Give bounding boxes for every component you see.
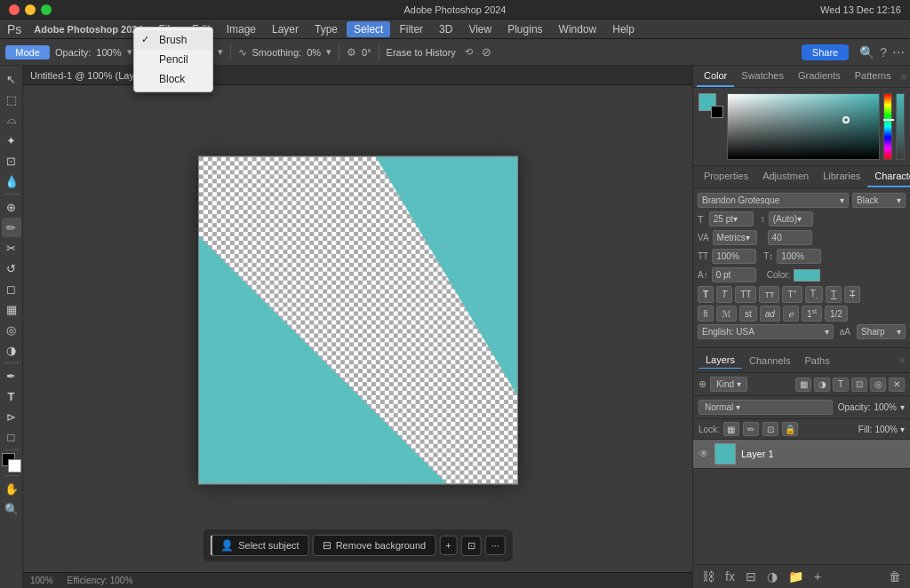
- tab-patterns[interactable]: Patterns: [848, 66, 898, 87]
- delete-layer-btn[interactable]: 🗑: [885, 568, 905, 585]
- tab-swatches[interactable]: Swatches: [734, 66, 791, 87]
- menu-select[interactable]: Select: [347, 21, 390, 37]
- canvas-content[interactable]: 👤 Select subject ⊟ Remove background + ⊡…: [23, 85, 692, 588]
- shape-tool[interactable]: □: [2, 427, 21, 447]
- bold-btn[interactable]: T: [698, 286, 714, 303]
- discretionary-btn[interactable]: ℯ: [783, 306, 799, 322]
- menu-plugins[interactable]: Plugins: [500, 21, 549, 37]
- blur-tool[interactable]: ◎: [2, 320, 21, 339]
- lock-artboard-btn[interactable]: ⊡: [762, 422, 778, 436]
- menu-app[interactable]: Adobe Photoshop 2024: [27, 22, 149, 36]
- tab-gradients[interactable]: Gradients: [791, 66, 848, 87]
- layer-style-btn[interactable]: fx: [722, 568, 738, 585]
- blend-mode-dropdown[interactable]: Normal ▾: [698, 400, 833, 415]
- path-select-tool[interactable]: ⊳: [2, 407, 21, 426]
- eyedropper-tool[interactable]: 💧: [2, 171, 21, 191]
- more-options-button[interactable]: ···: [485, 536, 506, 555]
- zoom-tool[interactable]: 🔍: [2, 499, 21, 519]
- vertical-scale-input[interactable]: 100%: [777, 249, 821, 264]
- new-group-btn[interactable]: 📁: [785, 568, 807, 585]
- eraser-tool[interactable]: ◻: [2, 279, 21, 298]
- pen-tool[interactable]: ✒: [2, 366, 21, 385]
- refine-edge-button[interactable]: ⊡: [461, 536, 482, 556]
- background-color[interactable]: [711, 106, 723, 118]
- baseline-input[interactable]: 0 pt: [712, 267, 756, 282]
- filter-pixel-btn[interactable]: ▦: [795, 377, 811, 392]
- gradient-tool[interactable]: ▦: [2, 299, 21, 319]
- search-icon[interactable]: 🔍: [859, 45, 874, 60]
- menu-window[interactable]: Window: [552, 21, 604, 37]
- crop-tool[interactable]: ⊡: [2, 151, 21, 171]
- filter-kind-dropdown[interactable]: Kind ▾: [710, 377, 747, 392]
- select-subject-button[interactable]: 👤 Select subject: [210, 535, 308, 556]
- move-tool[interactable]: ↖: [2, 69, 21, 89]
- superscript-btn[interactable]: T+: [782, 286, 802, 303]
- filter-shape-btn[interactable]: ⊡: [851, 377, 867, 392]
- fg-bg-color-indicator[interactable]: [698, 93, 723, 118]
- language-dropdown[interactable]: English: USA▾: [698, 324, 834, 339]
- ordinal2-btn[interactable]: 1/2: [825, 306, 848, 322]
- alpha-slider[interactable]: [896, 93, 905, 160]
- allcaps-btn[interactable]: TT: [735, 286, 756, 303]
- font-family-dropdown[interactable]: Brandon Grotesque▾: [698, 193, 849, 208]
- menu-filter[interactable]: Filter: [392, 21, 430, 37]
- ordinal-btn[interactable]: st: [739, 306, 757, 322]
- menu-type[interactable]: Type: [307, 21, 345, 37]
- color-gradient-picker[interactable]: [727, 93, 880, 160]
- menu-layer[interactable]: Layer: [265, 21, 306, 37]
- share-button[interactable]: Share: [802, 44, 849, 60]
- remove-background-button[interactable]: ⊟ Remove background: [313, 535, 436, 556]
- clone-stamp-tool[interactable]: ✂: [2, 238, 21, 258]
- ligatures-btn[interactable]: fi: [698, 306, 714, 322]
- italic-btn[interactable]: T: [716, 286, 732, 303]
- lock-all-btn[interactable]: 🔒: [782, 422, 798, 436]
- filter-type-btn[interactable]: T: [833, 377, 849, 392]
- underline-btn[interactable]: T: [826, 286, 842, 303]
- canvas-image[interactable]: [198, 156, 518, 485]
- lasso-tool[interactable]: ⌓: [2, 110, 21, 130]
- fractions-btn[interactable]: 1st: [802, 306, 822, 322]
- add-mask-button[interactable]: +: [439, 536, 457, 555]
- help-icon[interactable]: ?: [880, 45, 887, 60]
- filter-adjust-btn[interactable]: ◑: [814, 377, 830, 392]
- horizontal-scale-input[interactable]: 100%: [712, 249, 756, 264]
- hand-tool[interactable]: ✋: [2, 479, 21, 498]
- filter-delete-btn[interactable]: ✕: [889, 377, 905, 392]
- tab-character[interactable]: Character: [867, 166, 910, 187]
- new-layer-btn[interactable]: +: [810, 568, 825, 585]
- subscript-btn[interactable]: T-: [805, 286, 823, 303]
- tab-layers[interactable]: Layers: [698, 352, 742, 369]
- dodge-tool[interactable]: ◑: [2, 340, 21, 360]
- tab-libraries[interactable]: Libraries: [816, 166, 867, 187]
- layer-mask-btn[interactable]: ⊟: [742, 568, 760, 585]
- rectangular-marquee-tool[interactable]: ⬚: [2, 90, 21, 109]
- mode-dropdown-btn[interactable]: Mode: [5, 45, 50, 60]
- minimize-button[interactable]: [25, 4, 36, 15]
- font-size-input[interactable]: 25 pt▾: [709, 211, 754, 226]
- layers-panel-close[interactable]: ≡: [899, 355, 905, 365]
- dropdown-item-brush[interactable]: ✓ Brush: [134, 30, 212, 50]
- font-weight-dropdown[interactable]: Black▾: [852, 193, 906, 208]
- maximize-button[interactable]: [41, 4, 52, 15]
- spot-healing-tool[interactable]: ⊕: [2, 197, 21, 217]
- filter-smart-btn[interactable]: ◎: [870, 377, 886, 392]
- lock-pixel-btn[interactable]: ▦: [723, 422, 739, 436]
- lock-position-btn[interactable]: ✏: [743, 422, 759, 436]
- kerning-input[interactable]: Metrics▾: [713, 230, 757, 245]
- antialias-dropdown[interactable]: Sharp▾: [857, 324, 906, 339]
- dropdown-item-block[interactable]: Block: [134, 69, 212, 89]
- tab-adjustments[interactable]: Adjustmen: [755, 166, 816, 187]
- foreground-background-color[interactable]: [2, 453, 21, 473]
- menu-view[interactable]: View: [461, 21, 499, 37]
- close-button[interactable]: [9, 4, 20, 15]
- text-color-swatch[interactable]: [794, 269, 820, 282]
- oldstyle-btn[interactable]: ℳ: [716, 306, 737, 322]
- text-tool[interactable]: T: [2, 386, 21, 406]
- strikethrough-btn[interactable]: T: [844, 286, 860, 303]
- tab-paths[interactable]: Paths: [798, 353, 837, 369]
- tracking-input[interactable]: 40: [768, 230, 812, 245]
- leading-input[interactable]: (Auto)▾: [769, 211, 813, 226]
- brush-tool[interactable]: ✏: [2, 218, 21, 237]
- color-panel-close[interactable]: ≡: [901, 72, 906, 82]
- history-brush-tool[interactable]: ↺: [2, 258, 21, 278]
